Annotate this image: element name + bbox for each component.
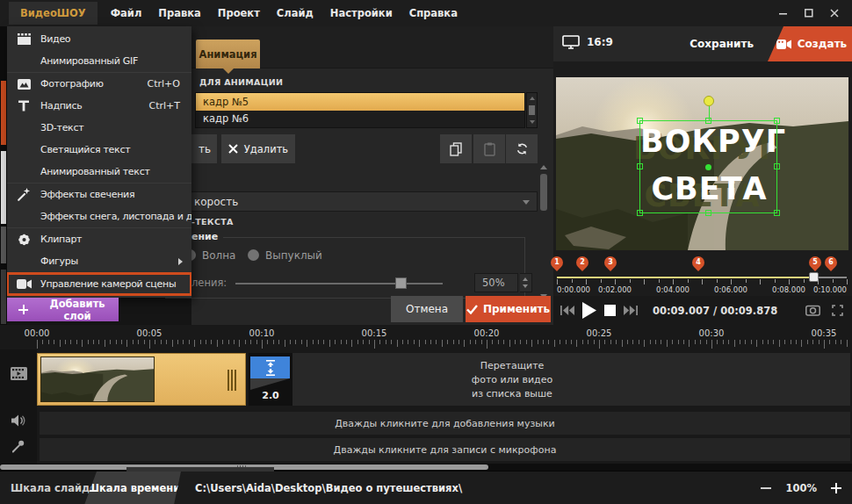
zoom-in-button[interactable]: [831, 483, 841, 493]
slider-caption: ления:: [191, 277, 227, 289]
close-button[interactable]: [829, 8, 840, 18]
delete-frame-button[interactable]: Удалить: [221, 134, 295, 163]
add-menu-item[interactable]: 3D-текст: [7, 117, 191, 139]
resize-handle[interactable]: [637, 210, 643, 216]
save-button[interactable]: Сохранить: [690, 26, 754, 61]
refresh-icon: [516, 142, 529, 155]
spinner-up-icon[interactable]: [523, 277, 528, 281]
anchor-point[interactable]: [705, 164, 711, 170]
prev-frame-button[interactable]: [560, 306, 574, 315]
menubar-item[interactable]: Файл: [111, 7, 142, 19]
timeline-track[interactable]: [557, 277, 847, 278]
minimize-button[interactable]: [778, 8, 789, 18]
scroll-down-icon[interactable]: [530, 120, 535, 124]
stop-button[interactable]: [604, 305, 616, 316]
monitor-icon: [562, 35, 580, 49]
spinner-down-icon[interactable]: [523, 284, 528, 288]
transition-block[interactable]: 2.0: [249, 353, 292, 406]
menubar-item[interactable]: Слайд: [277, 7, 314, 19]
speed-dropdown[interactable]: корость: [165, 191, 538, 212]
frame-list-item[interactable]: кадр №6: [196, 111, 524, 128]
scroll-up-icon[interactable]: [530, 97, 535, 100]
app-brand-menu[interactable]: ВидеоШОУ: [9, 2, 97, 25]
resize-handle[interactable]: [705, 210, 711, 216]
keyframe-marker[interactable]: 2: [574, 254, 591, 271]
media-drop-zone[interactable]: Перетащите фото или видео из списка выше: [292, 353, 850, 406]
timeline-ruler-tick: [402, 340, 403, 344]
zoom-out-button[interactable]: [761, 483, 771, 493]
snapshot-button[interactable]: [805, 305, 820, 316]
resize-handle[interactable]: [774, 118, 780, 124]
menubar-item[interactable]: Настройки: [330, 7, 393, 19]
maximize-button[interactable]: [804, 8, 814, 18]
add-menu-item[interactable]: Эффекты свечения: [7, 184, 191, 205]
text-selection-box[interactable]: [639, 120, 777, 213]
paste-button[interactable]: [473, 134, 505, 163]
keyframe-timeline[interactable]: 1234560:00.0000:02.0000:04.0000:06.0000:…: [557, 253, 847, 295]
add-menu-item[interactable]: Анимированный GIF: [7, 50, 191, 72]
timeline-clip[interactable]: [37, 353, 246, 406]
fullscreen-button[interactable]: [832, 305, 843, 316]
tab-time-scale[interactable]: Шкала времени: [84, 472, 183, 504]
timeline-ruler-tick: [538, 340, 538, 344]
distortion-slider-handle[interactable]: [395, 277, 407, 289]
add-menu-item[interactable]: Управление камерой сцены: [7, 273, 191, 295]
menubar-item[interactable]: Правка: [158, 7, 200, 19]
add-menu-item[interactable]: Фигуры: [7, 250, 191, 272]
add-menu-item[interactable]: Анимированный текст: [7, 161, 191, 183]
add-menu-item[interactable]: ФотографиюCtrl+O: [7, 73, 191, 95]
menubar-item[interactable]: Проект: [218, 7, 260, 19]
keyframe-marker[interactable]: 3: [602, 254, 619, 271]
next-frame-button[interactable]: [624, 306, 638, 315]
keyframe-marker[interactable]: 1: [548, 254, 566, 271]
apply-button[interactable]: Применить: [466, 296, 551, 322]
microphone-track[interactable]: Дважды кликните для записи с микрофона: [40, 438, 850, 461]
videoshow-app-window: ВидеоШОУ ФайлПравкаПроектСлайдНастройкиС…: [0, 0, 852, 504]
create-button[interactable]: Создать: [762, 26, 852, 61]
timeline-ruler-tick: [650, 340, 651, 344]
add-menu-item[interactable]: Светящийся текст: [7, 139, 191, 161]
ruler-tick: [847, 279, 848, 284]
music-track[interactable]: Дважды кликните для добавления музыки: [40, 412, 850, 435]
tab-animation[interactable]: Анимация: [196, 40, 260, 68]
resize-handle[interactable]: [637, 163, 643, 169]
menubar-item[interactable]: Справка: [409, 7, 458, 19]
resize-handle[interactable]: [774, 163, 780, 169]
add-menu-item[interactable]: НадписьCtrl+T: [7, 95, 191, 117]
timeline-ruler-label: 00:00: [25, 328, 50, 338]
clip-trim-handle[interactable]: [227, 370, 238, 391]
resize-handle[interactable]: [637, 118, 643, 124]
scroll-thumb[interactable]: [529, 105, 535, 115]
add-menu-item[interactable]: Эффекты снега, листопада и др.: [7, 205, 191, 227]
timeline-ruler-tick: [487, 340, 487, 349]
keyframe-marker[interactable]: 5: [806, 254, 824, 271]
play-button[interactable]: [582, 302, 596, 319]
edge-scrollbar-thumb[interactable]: [1, 151, 6, 224]
add-layer-button[interactable]: Добавить слой: [7, 298, 119, 321]
cancel-button[interactable]: Отмена: [391, 296, 463, 322]
refresh-button[interactable]: [506, 134, 538, 163]
keyframe-list-scrollbar[interactable]: [526, 92, 538, 128]
timeline-ruler-tick: [447, 340, 448, 344]
radio-convex[interactable]: [248, 249, 259, 261]
timeline-ruler-tick: [419, 340, 420, 347]
keyframe-marker[interactable]: 4: [690, 254, 707, 271]
panel-scrollbar[interactable]: [538, 165, 549, 299]
distortion-slider-track[interactable]: [235, 283, 443, 284]
keyframe-marker[interactable]: 6: [822, 254, 840, 271]
timeline-ruler-tick: [723, 340, 724, 344]
frame-list-item[interactable]: кадр №5: [196, 93, 524, 111]
video-preview[interactable]: ВОКРУГ СВЕТА: [556, 77, 848, 250]
copy-button[interactable]: [440, 134, 472, 163]
panel-scroll-thumb[interactable]: [540, 174, 547, 211]
titlebar: ВидеоШОУ ФайлПравкаПроектСлайдНастройкиС…: [0, 0, 852, 26]
film-icon: [7, 33, 40, 45]
resize-handle[interactable]: [774, 210, 780, 216]
add-menu-item[interactable]: Клипарт: [7, 228, 191, 250]
aspect-ratio-selector[interactable]: 16:9: [562, 35, 613, 49]
rotation-handle[interactable]: [704, 96, 714, 106]
add-menu-item[interactable]: Видео: [7, 28, 191, 50]
timeline-ruler-tick: [245, 340, 246, 344]
panel-scroll-up-icon[interactable]: [540, 165, 547, 169]
distortion-value-field[interactable]: 50%: [474, 273, 518, 292]
